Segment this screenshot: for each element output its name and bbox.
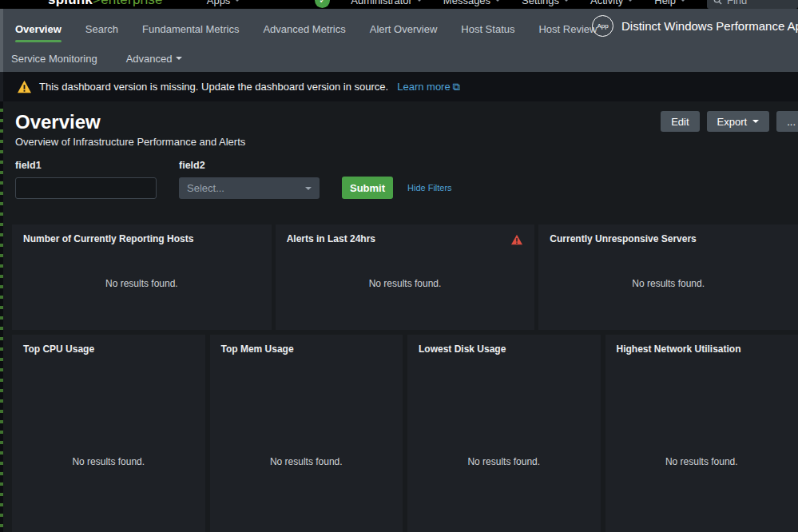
panel-title: Highest Network Utilisation xyxy=(617,343,788,355)
panel-status: No results found. xyxy=(407,456,601,467)
panel-status: No results found. xyxy=(276,278,535,289)
left-edge-artifact xyxy=(0,101,3,532)
field2-label: field2 xyxy=(179,160,205,171)
export-button-label: Export xyxy=(717,116,748,128)
app-badge-label: App xyxy=(597,22,608,30)
edit-button[interactable]: Edit xyxy=(661,111,699,132)
find-placeholder-text: Find xyxy=(727,0,747,6)
tab-alert-overview[interactable]: Alert Overview xyxy=(370,9,438,46)
more-actions-button[interactable]: ... xyxy=(776,111,798,132)
splunk-dashboard-screen: splunk>enterprise Apps ✓ Administrator M… xyxy=(0,0,798,532)
tab-label: Search xyxy=(85,23,118,35)
left-edge-artifact xyxy=(0,72,3,101)
messages-menu[interactable]: Messages xyxy=(443,0,501,6)
learn-more-link[interactable]: Learn more ⧉ xyxy=(397,81,460,93)
left-edge-artifact xyxy=(0,9,3,72)
nav-service-monitoring[interactable]: Service Monitoring xyxy=(11,53,97,65)
nav-item-label: Advanced xyxy=(126,53,173,65)
page-title: Overview xyxy=(15,111,101,133)
panel-unresponsive-servers: Currently Unresponsive Servers No result… xyxy=(538,224,798,330)
panel-top-mem: Top Mem Usage No results found. xyxy=(210,335,403,532)
tab-label: Host Review xyxy=(538,23,597,35)
panel-status: No results found. xyxy=(12,278,272,289)
chevron-down-icon xyxy=(305,187,312,190)
warning-triangle-icon xyxy=(17,80,32,93)
field2-select[interactable]: Select... xyxy=(179,177,320,199)
logo-text-splunk: splunk xyxy=(48,0,93,7)
field1-input[interactable] xyxy=(15,177,157,199)
panel-status: No results found. xyxy=(605,456,798,467)
chevron-down-icon xyxy=(176,57,182,60)
learn-more-label: Learn more xyxy=(397,81,450,93)
tab-advanced-metrics[interactable]: Advanced Metrics xyxy=(263,9,345,46)
apps-menu[interactable]: Apps xyxy=(207,0,241,6)
alert-triangle-icon[interactable] xyxy=(510,234,523,245)
tab-search[interactable]: Search xyxy=(85,9,118,46)
panel-title: Alerts in Last 24hrs xyxy=(287,233,511,244)
panel-status: No results found. xyxy=(538,278,798,289)
edit-button-label: Edit xyxy=(671,116,689,128)
tab-overview[interactable]: Overview xyxy=(15,9,62,46)
help-menu-label: Help xyxy=(654,0,676,6)
tab-label: Alert Overview xyxy=(370,23,438,35)
panel-top-cpu: Top CPU Usage No results found. xyxy=(12,335,205,532)
chevron-down-icon xyxy=(680,0,686,2)
tab-label: Advanced Metrics xyxy=(263,23,345,35)
chevron-down-icon xyxy=(752,120,759,123)
logo-text-enterprise: >enterprise xyxy=(93,0,163,7)
panel-title: Top Mem Usage xyxy=(221,343,392,355)
app-identity: App Distinct Windows Performance App xyxy=(592,15,798,37)
chevron-down-icon xyxy=(416,0,423,2)
tab-label: Fundamental Metrics xyxy=(142,23,239,35)
warning-banner: This dashboard version is missing. Updat… xyxy=(0,72,798,101)
activity-menu-label: Activity xyxy=(590,0,623,6)
dashboard-content: Overview Edit Export ... Overview of Inf… xyxy=(0,101,798,532)
panel-status: No results found. xyxy=(12,456,205,467)
messages-menu-label: Messages xyxy=(443,0,490,6)
app-navbar: Overview Search Fundamental Metrics Adva… xyxy=(0,9,798,72)
more-actions-label: ... xyxy=(787,116,796,128)
administrator-menu-label: Administrator xyxy=(351,0,412,6)
panel-status: No results found. xyxy=(210,456,403,467)
settings-menu-label: Settings xyxy=(522,0,559,6)
panel-title: Top CPU Usage xyxy=(23,343,194,355)
help-menu[interactable]: Help xyxy=(654,0,686,6)
splunk-logo[interactable]: splunk>enterprise xyxy=(48,0,163,8)
panel-reporting-hosts: Number of Currently Reporting Hosts No r… xyxy=(12,224,272,330)
tab-host-review[interactable]: Host Review xyxy=(538,9,597,46)
page-subtitle: Overview of Infrastructure Performance a… xyxy=(15,136,245,148)
panel-lowest-disk: Lowest Disk Usage No results found. xyxy=(407,335,601,532)
chevron-down-icon xyxy=(234,0,240,2)
banner-message: This dashboard version is missing. Updat… xyxy=(39,81,388,93)
external-link-icon: ⧉ xyxy=(453,81,460,93)
settings-menu[interactable]: Settings xyxy=(522,0,570,6)
tab-label: Host Status xyxy=(461,23,514,35)
chevron-down-icon xyxy=(627,0,633,2)
field1-label: field1 xyxy=(15,160,42,171)
tab-label: Overview xyxy=(15,23,62,35)
panel-title: Lowest Disk Usage xyxy=(419,343,590,355)
administrator-menu[interactable]: Administrator xyxy=(351,0,423,6)
chevron-down-icon xyxy=(494,0,501,2)
chevron-down-icon xyxy=(563,0,570,2)
check-icon: ✓ xyxy=(319,0,326,6)
field2-placeholder: Select... xyxy=(187,182,305,194)
panel-alerts-24hrs: Alerts in Last 24hrs No results found. xyxy=(276,224,535,330)
app-badge-icon: App xyxy=(592,15,613,37)
nav-item-label: Service Monitoring xyxy=(11,53,97,65)
nav-advanced-menu[interactable]: Advanced xyxy=(126,53,183,65)
activity-menu[interactable]: Activity xyxy=(590,0,633,6)
panel-title: Number of Currently Reporting Hosts xyxy=(23,233,260,244)
tab-host-status[interactable]: Host Status xyxy=(461,9,514,46)
topbar: splunk>enterprise Apps ✓ Administrator M… xyxy=(0,0,798,9)
apps-menu-label: Apps xyxy=(207,0,231,6)
hide-filters-link[interactable]: Hide Filters xyxy=(407,183,452,193)
submit-button[interactable]: Submit xyxy=(342,177,393,199)
panel-title: Currently Unresponsive Servers xyxy=(550,233,787,244)
find-search-input[interactable]: Find xyxy=(707,0,798,9)
user-avatar[interactable]: ✓ xyxy=(315,0,330,8)
export-button[interactable]: Export xyxy=(707,111,770,132)
tab-fundamental-metrics[interactable]: Fundamental Metrics xyxy=(142,9,239,46)
app-title: Distinct Windows Performance App xyxy=(621,19,798,33)
search-icon xyxy=(713,0,722,5)
